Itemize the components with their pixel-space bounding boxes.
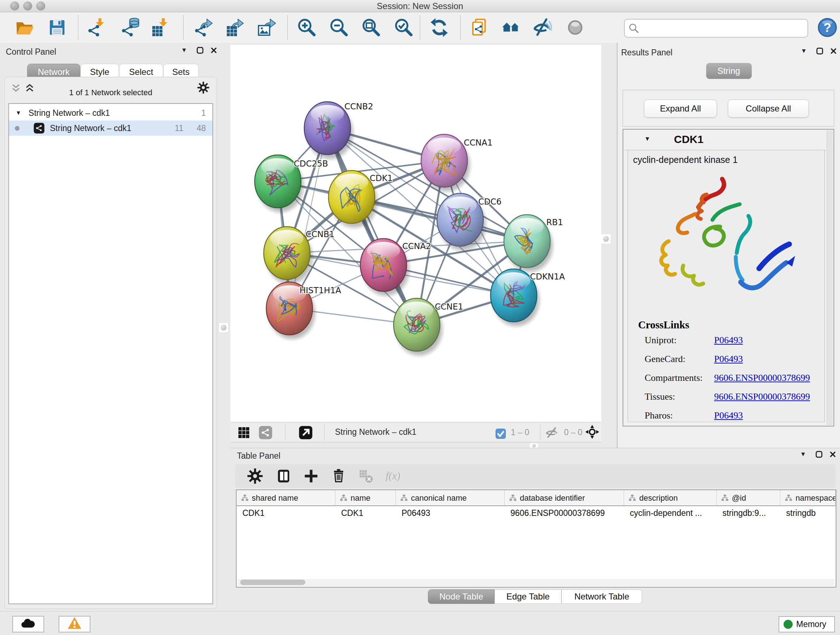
export-image-icon[interactable] bbox=[256, 16, 278, 39]
gene-collapse-icon[interactable]: ▼ bbox=[644, 135, 651, 143]
new-network-from-selection-icon[interactable] bbox=[468, 16, 491, 39]
open-session-icon[interactable] bbox=[13, 16, 36, 39]
node-CCNB1[interactable] bbox=[264, 226, 313, 284]
results-scrollbar[interactable] bbox=[827, 130, 833, 425]
results-collapse-icon[interactable]: ▼ bbox=[798, 45, 810, 57]
help-button[interactable]: ? bbox=[817, 17, 838, 38]
collection-expand-icon[interactable]: ▼ bbox=[16, 110, 21, 116]
grid-view-icon[interactable] bbox=[237, 425, 251, 440]
column-header-namespace[interactable]: namespace bbox=[780, 490, 836, 506]
delete-table-icon[interactable] bbox=[358, 468, 374, 484]
zoom-window-icon[interactable] bbox=[36, 2, 45, 11]
zoom-fit-icon[interactable] bbox=[360, 16, 382, 39]
column-type-icon bbox=[785, 494, 793, 502]
right-splitter[interactable] bbox=[601, 43, 617, 448]
table-cell[interactable]: stringdb:9... bbox=[717, 506, 780, 520]
zoom-out-icon[interactable] bbox=[327, 16, 350, 39]
show-columns-icon[interactable] bbox=[276, 468, 292, 484]
minimize-window-icon[interactable] bbox=[23, 2, 32, 11]
import-database-icon[interactable] bbox=[119, 16, 142, 39]
function-builder-icon[interactable]: f(x) bbox=[385, 468, 401, 484]
crosslink-link[interactable]: 9606.ENSP00000378699 bbox=[714, 372, 810, 383]
search-box[interactable] bbox=[624, 19, 808, 38]
import-network-icon[interactable] bbox=[86, 16, 108, 39]
tab-edge-table[interactable]: Edge Table bbox=[494, 589, 561, 604]
apply-layout-icon[interactable] bbox=[428, 16, 450, 39]
delete-column-icon[interactable] bbox=[331, 468, 347, 484]
table-cell[interactable]: CDK1 bbox=[335, 506, 396, 520]
show-graphics-icon[interactable] bbox=[564, 16, 586, 39]
node-label-CCNA2: CCNA2 bbox=[402, 241, 431, 251]
edge-CCNB2-CCNE1[interactable] bbox=[327, 128, 417, 325]
crosslink-link[interactable]: 9606.ENSP00000378699 bbox=[714, 391, 810, 402]
table-cell[interactable]: 9606.ENSP00000378699 bbox=[505, 506, 624, 520]
panel-collapse-icon[interactable]: ▼ bbox=[178, 44, 190, 57]
save-session-icon[interactable] bbox=[46, 16, 68, 39]
network-row-selected[interactable]: String Network – cdk1 11 48 bbox=[9, 120, 212, 136]
right-splitter-knob[interactable] bbox=[601, 234, 611, 244]
table-cell[interactable]: cyclin-dependent ... bbox=[624, 506, 717, 520]
crosslink-link[interactable]: P06493 bbox=[714, 410, 743, 421]
collapse-all-button[interactable]: Collapse All bbox=[728, 100, 809, 118]
export-table-icon[interactable] bbox=[224, 16, 246, 39]
table-settings-icon[interactable] bbox=[247, 468, 263, 484]
close-window-icon[interactable] bbox=[10, 2, 19, 11]
open-in-window-icon[interactable] bbox=[298, 425, 313, 440]
scrollbar-thumb[interactable] bbox=[240, 580, 305, 585]
zoom-in-icon[interactable] bbox=[295, 16, 317, 39]
tab-node-table[interactable]: Node Table bbox=[428, 589, 494, 604]
network-collection-row[interactable]: ▼ String Network – cdk1 1 bbox=[9, 105, 212, 120]
results-close-icon[interactable] bbox=[827, 45, 840, 57]
table-cell[interactable]: stringdb bbox=[780, 506, 836, 520]
node-table: shared namenamecanonical namedatabase id… bbox=[236, 489, 836, 587]
network-manager-panel: 1 of 1 Network selected ▼ String Network… bbox=[4, 77, 217, 609]
cloud-button[interactable] bbox=[12, 616, 44, 632]
expand-all-button[interactable]: Expand All bbox=[644, 100, 717, 118]
results-float-icon[interactable] bbox=[813, 45, 826, 57]
selected-checkbox-icon[interactable] bbox=[493, 426, 508, 441]
network-overview-icon[interactable] bbox=[500, 16, 522, 39]
table-float-icon[interactable] bbox=[813, 448, 825, 461]
share-view-icon[interactable] bbox=[258, 425, 273, 440]
warnings-button[interactable] bbox=[58, 616, 90, 632]
crosslink-link[interactable]: P06493 bbox=[714, 335, 743, 346]
selected-count: 1 – 0 bbox=[511, 428, 529, 437]
node-RB1[interactable] bbox=[504, 215, 553, 272]
network-canvas[interactable]: CCNB2CCNA1CDC25BCDK1CDC6RB1CCNB1CCNA2CDK… bbox=[231, 45, 601, 422]
add-column-icon[interactable] bbox=[303, 468, 319, 484]
gene-card-header[interactable]: ▼ CDK1 bbox=[623, 130, 834, 150]
memory-button[interactable]: Memory bbox=[778, 616, 835, 632]
tab-network-table[interactable]: Network Table bbox=[561, 589, 642, 604]
table-horizontal-scrollbar[interactable] bbox=[237, 579, 835, 586]
column-header-database-identifier[interactable]: database identifier bbox=[505, 490, 624, 506]
table-cell[interactable]: P06493 bbox=[396, 506, 505, 520]
crosshair-icon[interactable] bbox=[585, 424, 600, 439]
table-cell[interactable]: CDK1 bbox=[237, 506, 335, 520]
table-collapse-icon[interactable]: ▼ bbox=[797, 448, 809, 461]
search-input[interactable] bbox=[641, 21, 804, 35]
table-close-icon[interactable] bbox=[827, 448, 839, 461]
column-header-description[interactable]: description bbox=[624, 490, 717, 506]
column-header-shared-name[interactable]: shared name bbox=[237, 490, 335, 506]
node-label-CCNE1: CCNE1 bbox=[435, 302, 463, 311]
memory-status-icon bbox=[783, 620, 793, 629]
tab-string[interactable]: String bbox=[706, 63, 752, 79]
zoom-selected-icon[interactable] bbox=[392, 16, 415, 39]
results-panel-title: Results Panel bbox=[621, 48, 673, 57]
column-header-name[interactable]: name bbox=[335, 490, 396, 506]
gear-icon[interactable] bbox=[197, 81, 210, 94]
hide-selection-icon[interactable] bbox=[531, 16, 554, 39]
crosslink-link[interactable]: P06493 bbox=[714, 354, 743, 364]
node-CCNA1[interactable] bbox=[421, 134, 470, 192]
crosslink-label: Tissues: bbox=[645, 391, 675, 402]
table-row[interactable]: CDK1CDK1P064939606.ENSP00000378699cyclin… bbox=[237, 506, 836, 520]
column-header--id[interactable]: @id bbox=[717, 490, 780, 506]
export-network-icon[interactable] bbox=[193, 16, 215, 39]
panel-close-icon[interactable] bbox=[208, 44, 220, 57]
import-table-icon[interactable] bbox=[149, 16, 172, 39]
left-splitter-knob[interactable] bbox=[218, 323, 229, 333]
panel-float-icon[interactable] bbox=[194, 44, 206, 57]
column-header-canonical-name[interactable]: canonical name bbox=[396, 490, 505, 506]
hidden-eye-icon[interactable] bbox=[545, 425, 559, 440]
crosslink-row: Uniprot:P06493 bbox=[628, 335, 824, 354]
